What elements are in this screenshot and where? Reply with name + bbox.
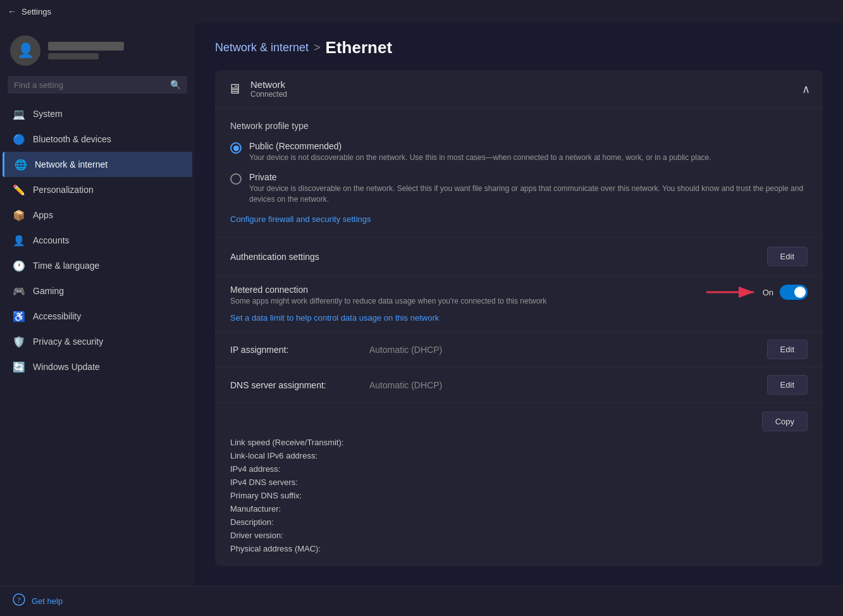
radio-public-label: Public (Recommended)	[249, 141, 711, 151]
sidebar-item-network[interactable]: 🌐 Network & internet	[3, 152, 192, 177]
back-icon: ←	[8, 6, 16, 16]
sidebar-item-update[interactable]: 🔄 Windows Update	[3, 354, 192, 379]
radio-public[interactable]: Public (Recommended) Your device is not …	[230, 141, 808, 163]
copy-button[interactable]: Copy	[762, 412, 808, 431]
breadcrumb-parent[interactable]: Network & internet	[215, 41, 309, 54]
nav-icon-personalization: ✏️	[13, 183, 25, 196]
page-header: Network & internet > Ethernet	[195, 23, 843, 70]
nav-icon-bluetooth: 🔵	[13, 133, 25, 145]
nav-label-bluetooth: Bluetooth & devices	[33, 134, 111, 144]
radio-private-desc: Your device is discoverable on the netwo…	[249, 183, 808, 205]
titlebar: ← Settings	[0, 0, 843, 23]
radio-private-label: Private	[249, 172, 808, 182]
radio-private-circle	[230, 173, 242, 185]
metered-connection-row: Metered connection Some apps might work …	[215, 275, 823, 331]
prop-row: Primary DNS suffix:	[230, 491, 808, 500]
network-header-left: 🖥 Network Connected	[228, 79, 287, 99]
nav-label-apps: Apps	[33, 210, 53, 220]
nav-label-personalization: Personalization	[33, 185, 94, 195]
dns-assignment-label: DNS server assignment:	[230, 380, 369, 390]
nav-label-update: Windows Update	[33, 362, 100, 372]
sidebar-item-accounts[interactable]: 👤 Accounts	[3, 228, 192, 253]
nav-label-gaming: Gaming	[33, 286, 64, 296]
content-area: Network & internet > Ethernet 🖥 Network …	[195, 23, 843, 586]
prop-row: Driver version:	[230, 531, 808, 540]
metered-desc: Some apps might work differently to redu…	[230, 296, 546, 307]
nav-icon-accessibility: ♿	[13, 310, 25, 323]
properties-section: Copy Link speed (Receive/Transmit): Link…	[215, 402, 823, 566]
help-link[interactable]: Get help	[32, 596, 63, 606]
sidebar-item-privacy[interactable]: 🛡️ Privacy & security	[3, 329, 192, 354]
nav-label-network: Network & internet	[35, 159, 108, 169]
sidebar-item-accessibility[interactable]: ♿ Accessibility	[3, 304, 192, 329]
nav-container: 💻 System 🔵 Bluetooth & devices 🌐 Network…	[0, 101, 195, 379]
network-icon: 🖥	[228, 81, 242, 97]
back-button[interactable]: ←	[8, 6, 16, 16]
sidebar-item-gaming[interactable]: 🎮 Gaming	[3, 278, 192, 304]
user-name-bar2	[48, 53, 99, 59]
auth-edit-button[interactable]: Edit	[767, 247, 808, 266]
nav-label-accessibility: Accessibility	[33, 311, 81, 321]
nav-label-accounts: Accounts	[33, 235, 70, 245]
avatar-icon: 👤	[17, 42, 34, 59]
prop-rows-container: Link speed (Receive/Transmit): Link-loca…	[230, 438, 808, 553]
ip-edit-button[interactable]: Edit	[767, 340, 808, 359]
network-info: Network Connected	[250, 79, 287, 99]
sidebar-item-personalization[interactable]: ✏️ Personalization	[3, 177, 192, 202]
breadcrumb-separator: >	[314, 41, 321, 54]
dns-assignment-value: Automatic (DHCP)	[369, 380, 767, 390]
profile-section: Network profile type Public (Recommended…	[215, 108, 823, 237]
metered-state-label: On	[763, 288, 773, 297]
firewall-link[interactable]: Configure firewall and security settings	[230, 214, 371, 224]
titlebar-title: Settings	[22, 7, 51, 16]
radio-public-circle	[230, 142, 242, 154]
prop-row: Description:	[230, 517, 808, 527]
user-section: 👤	[0, 29, 195, 76]
sidebar-item-bluetooth[interactable]: 🔵 Bluetooth & devices	[3, 126, 192, 152]
network-status: Connected	[250, 90, 287, 99]
sidebar-item-time[interactable]: 🕐 Time & language	[3, 253, 192, 278]
search-box[interactable]: 🔍	[8, 76, 187, 94]
profile-section-title: Network profile type	[230, 121, 808, 131]
user-name-block	[48, 42, 124, 59]
user-name-bar	[48, 42, 124, 51]
nav-label-system: System	[33, 109, 63, 119]
red-arrow-annotation	[706, 283, 763, 302]
network-header: 🖥 Network Connected ∧	[215, 70, 823, 108]
sidebar: 👤 🔍 💻 System 🔵 Bluetooth & devices 🌐 Net…	[0, 23, 195, 586]
network-label: Network	[250, 79, 287, 90]
ip-assignment-value: Automatic (DHCP)	[369, 345, 767, 355]
metered-toggle[interactable]	[780, 285, 808, 300]
nav-label-privacy: Privacy & security	[33, 336, 103, 347]
auth-settings-label: Authentication settings	[230, 252, 319, 262]
network-card: 🖥 Network Connected ∧ Network profile ty…	[215, 70, 823, 566]
nav-icon-accounts: 👤	[13, 234, 25, 247]
ip-assignment-row: IP assignment: Automatic (DHCP) Edit	[215, 331, 823, 367]
sidebar-item-system[interactable]: 💻 System	[3, 101, 192, 126]
nav-icon-time: 🕐	[13, 259, 25, 272]
bottom-bar: ? Get help	[0, 586, 843, 616]
radio-private[interactable]: Private Your device is discoverable on t…	[230, 172, 808, 205]
data-limit-link[interactable]: Set a data limit to help control data us…	[230, 313, 439, 323]
svg-text:?: ?	[17, 596, 20, 605]
radio-group: Public (Recommended) Your device is not …	[230, 141, 808, 204]
prop-row: Link speed (Receive/Transmit):	[230, 438, 808, 447]
help-icon: ?	[13, 593, 25, 609]
sidebar-item-apps[interactable]: 📦 Apps	[3, 202, 192, 228]
prop-row: Link-local IPv6 address:	[230, 451, 808, 460]
dns-edit-button[interactable]: Edit	[767, 375, 808, 395]
prop-row: Manufacturer:	[230, 504, 808, 514]
prop-row: Physical address (MAC):	[230, 544, 808, 553]
search-input[interactable]	[14, 80, 165, 90]
radio-public-desc: Your device is not discoverable on the n…	[249, 152, 711, 163]
nav-icon-gaming: 🎮	[13, 285, 25, 297]
auth-settings-row: Authentication settings Edit	[215, 237, 823, 275]
dns-assignment-row: DNS server assignment: Automatic (DHCP) …	[215, 367, 823, 402]
nav-icon-network: 🌐	[15, 158, 27, 171]
ip-assignment-label: IP assignment:	[230, 345, 369, 355]
metered-info: Metered connection Some apps might work …	[230, 285, 546, 307]
collapse-button[interactable]: ∧	[802, 82, 810, 96]
avatar: 👤	[10, 35, 40, 66]
nav-label-time: Time & language	[33, 261, 99, 271]
nav-icon-apps: 📦	[13, 209, 25, 221]
